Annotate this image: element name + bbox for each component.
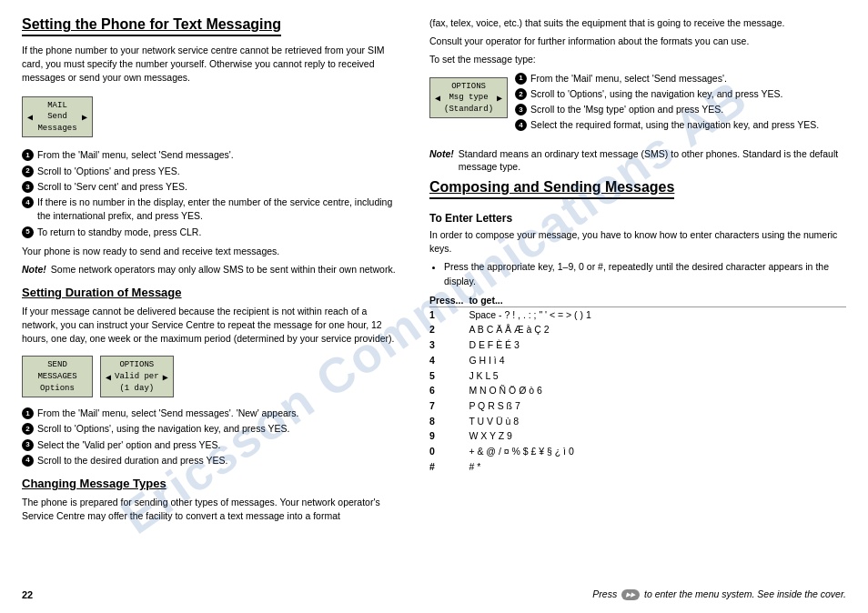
- list-item: 1 From the 'Mail' menu, select 'Send mes…: [22, 148, 404, 162]
- note-2: Note! Standard means an ordinary text me…: [429, 147, 846, 174]
- section-changing-types: Changing Message Types The phone is prep…: [22, 477, 404, 523]
- table-row: 0+ & @ / ¤ % $ £ ¥ § ¿ ì 0: [429, 444, 846, 459]
- key-cell: 8: [429, 414, 469, 429]
- table-header-press: Press...: [429, 294, 469, 307]
- key-cell: 3: [429, 337, 469, 353]
- table-row: ## *: [429, 459, 846, 475]
- key-cell: 7: [429, 398, 469, 414]
- key-cell: 6: [429, 383, 469, 398]
- chars-cell: W X Y Z 9: [469, 428, 846, 444]
- right-column: (fax, telex, voice, etc.) that suits the…: [429, 16, 846, 532]
- steps-type-list: 1 From the 'Mail' menu, select 'Send mes…: [515, 72, 846, 135]
- table-row: 1Space - ? ! , . : ; " ' < = > ( ) 1: [429, 306, 846, 322]
- changing-types-title: Changing Message Types: [22, 477, 404, 490]
- press-table: Press... to get... 1Space - ? ! , . : ; …: [429, 294, 846, 475]
- table-row: 8T U V Ü ù 8: [429, 414, 846, 429]
- key-cell: 2: [429, 322, 469, 337]
- table-row: 6M N O Ñ Ö Ø ò 6: [429, 383, 846, 398]
- list-item: 4 Scroll to the desired duration and pre…: [22, 454, 404, 467]
- list-item: 2 Scroll to 'Options', using the navigat…: [22, 422, 404, 436]
- chars-cell: # *: [469, 459, 846, 475]
- key-cell: 9: [429, 428, 469, 444]
- lcd-options-validper-box: ◀ OPTIONS Valid per (1 day) ▶: [100, 356, 174, 397]
- enter-letters-title: To Enter Letters: [429, 212, 846, 225]
- chars-cell: J K L 5: [469, 368, 846, 384]
- chars-cell: P Q R S ß 7: [469, 398, 846, 414]
- lcd-send-messages-box: SEND MESSAGES Options: [22, 356, 93, 397]
- chars-cell: + & @ / ¤ % $ £ ¥ § ¿ ì 0: [469, 444, 846, 459]
- key-cell: 5: [429, 368, 469, 384]
- list-item: 5 To return to standby mode, press CLR.: [22, 226, 404, 239]
- table-header-get: to get...: [469, 294, 846, 307]
- list-item: 1 From the 'Mail' menu, select 'Send mes…: [22, 407, 404, 420]
- duration-intro: If your message cannot be delivered beca…: [22, 305, 404, 347]
- section-composing: Composing and Sending Messages To Enter …: [429, 179, 846, 474]
- enter-letters-intro: In order to compose your message, you ha…: [429, 228, 846, 256]
- list-item: 4 Select the required format, using the …: [515, 118, 846, 132]
- section-duration: Setting Duration of Message If your mess…: [22, 286, 404, 467]
- ready-text: Your phone is now ready to send and rece…: [22, 245, 404, 258]
- key-cell: 0: [429, 444, 469, 459]
- table-row: 7P Q R S ß 7: [429, 398, 846, 414]
- section-text-messaging: Setting the Phone for Text Messaging If …: [22, 16, 404, 276]
- table-row: 4G H I ì 4: [429, 353, 846, 368]
- list-item: 1 From the 'Mail' menu, select 'Send mes…: [515, 72, 846, 85]
- page-number: 22: [22, 589, 33, 600]
- key-cell: 4: [429, 353, 469, 368]
- lcd-options-msgtype-box: ◀ OPTIONS Msg type (Standard) ▶: [429, 77, 508, 119]
- list-item: Press the appropriate key, 1–9, 0 or #, …: [444, 260, 846, 287]
- list-item: 4 If there is no number in the display, …: [22, 196, 404, 223]
- table-row: 5J K L 5: [429, 368, 846, 384]
- right-top-p1: (fax, telex, voice, etc.) that suits the…: [429, 16, 846, 30]
- list-item: 3 Scroll to the 'Msg type' option and pr…: [515, 103, 846, 116]
- chars-cell: A B C Ä Å Æ à Ç 2: [469, 322, 846, 337]
- composing-title: Composing and Sending Messages: [429, 179, 674, 199]
- intro-paragraph: If the phone number to your network serv…: [22, 44, 404, 85]
- chars-cell: M N O Ñ Ö Ø ò 6: [469, 383, 846, 398]
- right-top-p3: To set the message type:: [429, 53, 846, 66]
- press-note: Press ▶▶ to enter the menu system. See i…: [592, 588, 846, 600]
- chars-cell: T U V Ü ù 8: [469, 414, 846, 429]
- table-row: 2A B C Ä Å Æ à Ç 2: [429, 322, 846, 337]
- page-container: Ericsson Communications AB Setting the P…: [0, 0, 868, 613]
- section-title-messaging: Setting the Phone for Text Messaging: [22, 16, 281, 36]
- two-column-layout: Setting the Phone for Text Messaging If …: [22, 16, 846, 532]
- list-item: 2 Scroll to 'Options' and press YES.: [22, 165, 404, 178]
- table-row: 3D E F È É 3: [429, 337, 846, 353]
- list-item: 3 Select the 'Valid per' option and pres…: [22, 438, 404, 452]
- duration-title: Setting Duration of Message: [22, 286, 404, 299]
- key-cell: #: [429, 459, 469, 475]
- list-item: 2 Scroll to 'Options', using the navigat…: [515, 87, 846, 101]
- chars-cell: G H I ì 4: [469, 353, 846, 368]
- table-row: 9W X Y Z 9: [429, 428, 846, 444]
- bullet-list: Press the appropriate key, 1–9, 0 or #, …: [429, 260, 846, 287]
- lcd-mail-box: ◀ MAIL Send Messages ▶: [22, 96, 93, 138]
- steps-main-list: 1 From the 'Mail' menu, select 'Send mes…: [22, 148, 404, 238]
- key-cell: 1: [429, 306, 469, 322]
- chars-cell: D E F È É 3: [469, 337, 846, 353]
- note-1: Note! Some network operators may only al…: [22, 263, 404, 276]
- chars-cell: Space - ? ! , . : ; " ' < = > ( ) 1: [469, 306, 846, 322]
- left-column: Setting the Phone for Text Messaging If …: [22, 16, 404, 532]
- changing-types-text: The phone is prepared for sending other …: [22, 496, 404, 523]
- list-item: 3 Scroll to 'Serv cent' and press YES.: [22, 180, 404, 194]
- steps2-list: 1 From the 'Mail' menu, select 'Send mes…: [22, 407, 404, 467]
- right-top-p2: Consult your operator for further inform…: [429, 35, 846, 48]
